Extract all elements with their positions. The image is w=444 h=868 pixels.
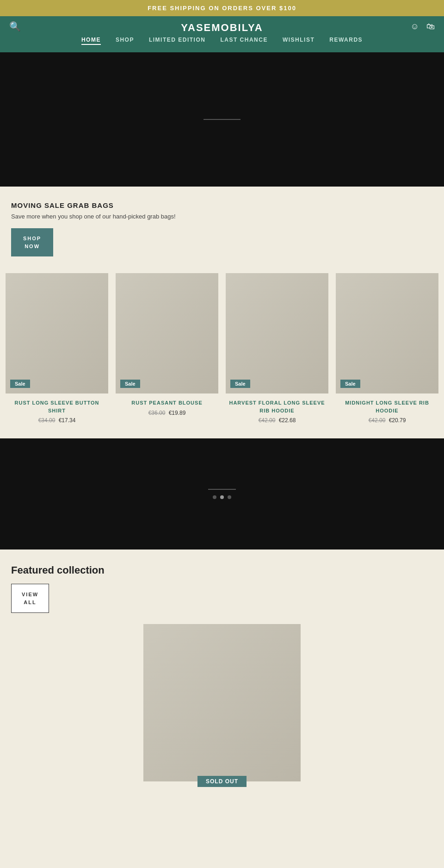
price-new-1: €17.34 <box>59 417 76 424</box>
product-card-3[interactable]: Sale HARVEST FLORAL LONG SLEEVE RIB HOOD… <box>226 273 328 424</box>
product-name-1: RUST LONG SLEEVE BUTTON SHIRT <box>6 399 108 414</box>
sale-badge-2: Sale <box>120 380 140 388</box>
dark-section-content <box>208 489 236 499</box>
search-icon[interactable]: 🔍 <box>9 21 21 32</box>
product-name-4: MIDNIGHT LONG SLEEVE RIB HOODIE <box>336 399 438 414</box>
product-prices-3: €42.00 €22.68 <box>226 417 328 424</box>
products-grid: Sale RUST LONG SLEEVE BUTTON SHIRT €34.0… <box>6 273 438 424</box>
view-all-button[interactable]: VIEWALL <box>11 584 49 613</box>
hero-section <box>0 52 444 187</box>
featured-product-image <box>143 624 301 781</box>
products-section: Sale RUST LONG SLEEVE BUTTON SHIRT €34.0… <box>0 266 444 438</box>
hero-divider <box>204 119 240 120</box>
top-banner: FREE SHIPPING ON ORDERS OVER $100 <box>0 0 444 16</box>
price-old-3: €42.00 <box>259 417 276 424</box>
dot-2[interactable] <box>220 495 224 499</box>
product-name-2: RUST PEASANT BLOUSE <box>116 399 218 407</box>
featured-product[interactable]: SOLD OUT <box>11 624 433 787</box>
dot-3[interactable] <box>228 495 231 499</box>
product-card-2[interactable]: Sale RUST PEASANT BLOUSE €36.00 €19.89 <box>116 273 218 424</box>
main-nav: HOME SHOP LIMITED EDITION LAST CHANCE WI… <box>9 32 435 48</box>
sale-badge-4: Sale <box>340 380 360 388</box>
featured-section: Featured collection VIEWALL SOLD OUT <box>0 550 444 802</box>
product-card-4[interactable]: Sale MIDNIGHT LONG SLEEVE RIB HOODIE €42… <box>336 273 438 424</box>
price-old-1: €34.00 <box>38 417 56 424</box>
header-action-icons: ☺ 🛍 <box>411 22 435 31</box>
product-card-1[interactable]: Sale RUST LONG SLEEVE BUTTON SHIRT €34.0… <box>6 273 108 424</box>
product-image-2: Sale <box>116 273 218 393</box>
price-old-4: €42.00 <box>369 417 386 424</box>
product-prices-4: €42.00 €20.79 <box>336 417 438 424</box>
product-name-3: HARVEST FLORAL LONG SLEEVE RIB HOODIE <box>226 399 328 414</box>
account-icon[interactable]: ☺ <box>411 22 419 31</box>
product-image-4: Sale <box>336 273 438 393</box>
dot-1[interactable] <box>213 495 216 499</box>
cart-icon[interactable]: 🛍 <box>426 22 435 31</box>
nav-shop[interactable]: SHOP <box>116 37 134 45</box>
banner-text: FREE SHIPPING ON ORDERS OVER $100 <box>148 5 296 12</box>
promo-description: Save more when you shop one of our hand-… <box>11 213 433 220</box>
nav-last-chance[interactable]: LAST CHANCE <box>220 37 268 45</box>
sold-out-badge: SOLD OUT <box>197 776 247 787</box>
featured-title: Featured collection <box>11 564 433 576</box>
site-header: 🔍 YASEMOBILYA ☺ 🛍 HOME SHOP LIMITED EDIT… <box>0 16 444 52</box>
price-new-2: €19.89 <box>169 410 186 416</box>
promo-section: MOVING SALE GRAB BAGS Save more when you… <box>0 187 444 266</box>
product-image-1: Sale <box>6 273 108 393</box>
nav-limited-edition[interactable]: LIMITED EDITION <box>149 37 206 45</box>
nav-wishlist[interactable]: WISHLIST <box>283 37 314 45</box>
price-new-4: €20.79 <box>389 417 406 424</box>
shop-now-button[interactable]: SHOPNOW <box>11 228 53 256</box>
price-old-2: €36.00 <box>148 410 166 416</box>
sale-badge-3: Sale <box>230 380 250 388</box>
product-prices-1: €34.00 €17.34 <box>6 417 108 424</box>
site-logo[interactable]: YASEMOBILYA <box>181 22 263 34</box>
nav-home[interactable]: HOME <box>81 37 101 45</box>
carousel-dots <box>213 495 231 499</box>
dark-section-2 <box>0 438 444 550</box>
promo-title: MOVING SALE GRAB BAGS <box>11 201 433 209</box>
nav-rewards[interactable]: REWARDS <box>329 37 363 45</box>
product-prices-2: €36.00 €19.89 <box>116 410 218 416</box>
sale-badge-1: Sale <box>10 380 30 388</box>
dark-divider-top <box>208 489 236 490</box>
price-new-3: €22.68 <box>279 417 296 424</box>
logo-text: YASEMOBILYA <box>181 22 263 33</box>
product-image-3: Sale <box>226 273 328 393</box>
